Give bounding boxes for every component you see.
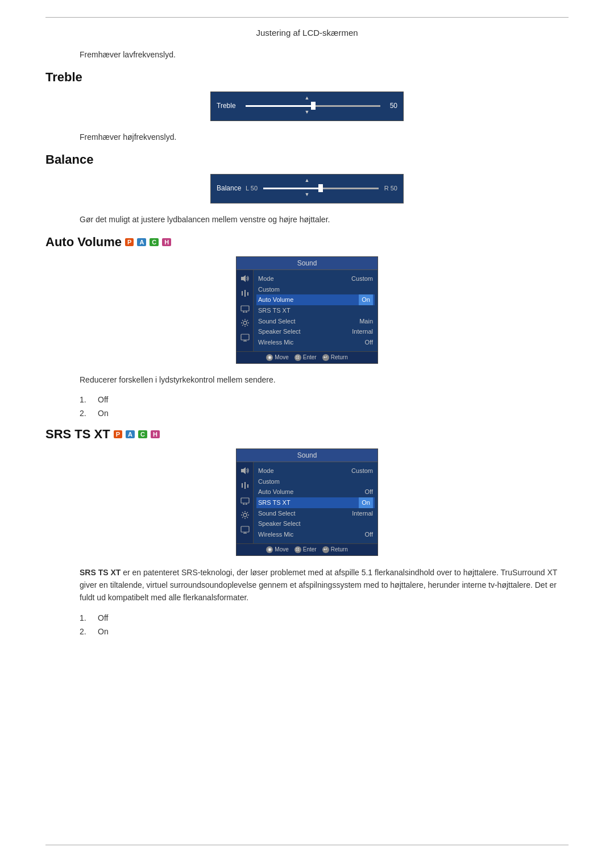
srs-badge-a: A [126,430,135,438]
balance-thumb [318,184,323,192]
srs-list-item-off: 1. Off [80,613,569,622]
top-rule [45,17,569,18]
footer-move: ◉ Move [266,354,288,361]
svg-rect-24 [241,526,249,532]
balance-label: Balance [217,184,242,192]
treble-value: 50 [384,102,397,110]
treble-heading: Treble [45,70,569,85]
srs-sound-osd: Sound [236,448,378,556]
svg-rect-16 [242,483,243,488]
srs-menu-item-autovolume: Auto Volume Off [258,487,373,497]
treble-track [246,105,380,107]
srs-menu-item-mode: Mode Custom [258,466,373,476]
return-icon: ↩ [322,354,329,361]
autovolume-icons-panel [237,270,254,351]
srs-tv-icon [240,495,250,505]
treble-osd-container: ▲ Treble 50 ▼ [45,92,569,121]
list-item-off: 1. Off [80,395,569,404]
equalizer-icon [240,288,250,298]
badge-p: P [125,238,134,246]
svg-marker-0 [241,275,246,282]
srs-footer-return: ↩ Return [322,546,348,553]
srs-menu-item-srs: SRS TS XT On [256,497,375,508]
autovolume-value-box: On [359,294,373,305]
balance-desc: Gør det muligt at justere lydbalancen me… [80,214,569,226]
srs-monitor-icon [240,525,250,535]
srs-menu-item-soundselect: Sound Select Internal [258,508,373,519]
srs-speaker-icon [240,466,250,476]
autovolume-osd-container: Sound [45,256,569,364]
srs-equalizer-icon [240,480,250,491]
balance-fill [263,188,321,189]
menu-item-mode: Mode Custom [258,273,373,284]
menu-item-speakerselect: Speaker Select Internal [258,326,373,337]
page-title: Justering af LCD-skærmen [45,28,569,38]
srs-osd-footer: ◉ Move ⊡ Enter ↩ Return [237,543,377,555]
srs-heading: SRS TS XT P A C H [45,427,569,442]
svg-rect-2 [244,290,246,297]
svg-rect-3 [247,292,248,296]
srs-menu-panel: Mode Custom Custom Auto Volume Off SRS T… [254,462,377,543]
autovolume-heading: Auto Volume P A C H [45,235,569,250]
balance-left-label: L 50 [246,185,258,192]
menu-item-soundselect: Sound Select Main [258,316,373,327]
srs-enter-icon: ⊡ [294,546,301,553]
balance-arrow-up: ▲ [217,178,397,183]
menu-item-srs: SRS TS XT [258,305,373,316]
menu-item-autovolume: Auto Volume On [256,294,375,305]
move-icon: ◉ [266,354,273,361]
svg-point-23 [243,513,247,517]
treble-below-desc: Fremhæver højfrekvenslyd. [80,131,569,143]
menu-item-custom: Custom [258,284,373,295]
badge-h: H [162,238,171,246]
monitor-icon [240,333,250,343]
srs-move-icon: ◉ [266,546,273,553]
balance-slider-row: Balance L 50 R 50 [217,184,397,192]
balance-osd-container: ▲ Balance L 50 R 50 ▼ [45,174,569,203]
balance-track [263,188,379,189]
srs-list: 1. Off 2. On [80,613,569,636]
tv-icon [240,303,250,313]
treble-label: Treble [217,102,242,110]
balance-arrow-down: ▼ [217,192,397,197]
badge-a: A [137,238,146,246]
treble-slider-osd: ▲ Treble 50 ▼ [210,92,404,121]
srs-osd-title: Sound [237,449,377,462]
autovolume-list: 1. Off 2. On [80,395,569,418]
srs-list-item-on: 2. On [80,627,569,636]
srs-menu-item-custom: Custom [258,476,373,487]
treble-arrow-up: ▲ [217,95,397,101]
srs-badge-p: P [114,430,122,438]
list-item-on: 2. On [80,409,569,418]
srs-footer-move: ◉ Move [266,546,288,553]
srs-return-icon: ↩ [322,546,329,553]
svg-rect-19 [241,498,249,503]
page-container: Justering af LCD-skærmen Fremhæver lavfr… [0,0,614,868]
srs-icons-panel [237,462,254,543]
srs-title: SRS TS XT [45,427,110,442]
srs-badge-c: C [138,430,147,438]
balance-heading: Balance [45,152,569,167]
bottom-rule [45,845,569,845]
srs-bold-label: SRS TS XT [80,568,121,577]
srs-menu-item-wirelessmic: Wireless Mic Off [258,529,373,540]
srs-menu-item-speakerselect: Speaker Select [258,518,373,529]
svg-rect-7 [241,306,249,311]
srs-osd-container: Sound [45,448,569,556]
balance-right-label: R 50 [384,185,397,192]
srs-osd-body: Mode Custom Custom Auto Volume Off SRS T… [237,462,377,543]
footer-enter: ⊡ Enter [294,354,317,361]
treble-slider-row: Treble 50 [217,102,397,110]
autovolume-desc: Reducerer forskellen i lydstyrkekontrol … [80,374,569,386]
speaker-icon [240,273,250,284]
autovolume-sound-osd: Sound [236,256,378,364]
srs-value-box: On [359,497,373,508]
svg-point-11 [243,321,247,325]
autovolume-title: Auto Volume [45,235,122,250]
svg-rect-12 [241,334,249,340]
srs-long-desc: SRS TS XT er en patenteret SRS-teknologi… [80,566,569,604]
srs-gear-icon [240,510,250,520]
srs-badge-h: H [151,430,160,438]
autovolume-menu-panel: Mode Custom Custom Auto Volume On SRS TS… [254,270,377,351]
menu-item-wirelessmic: Wireless Mic Off [258,337,373,348]
